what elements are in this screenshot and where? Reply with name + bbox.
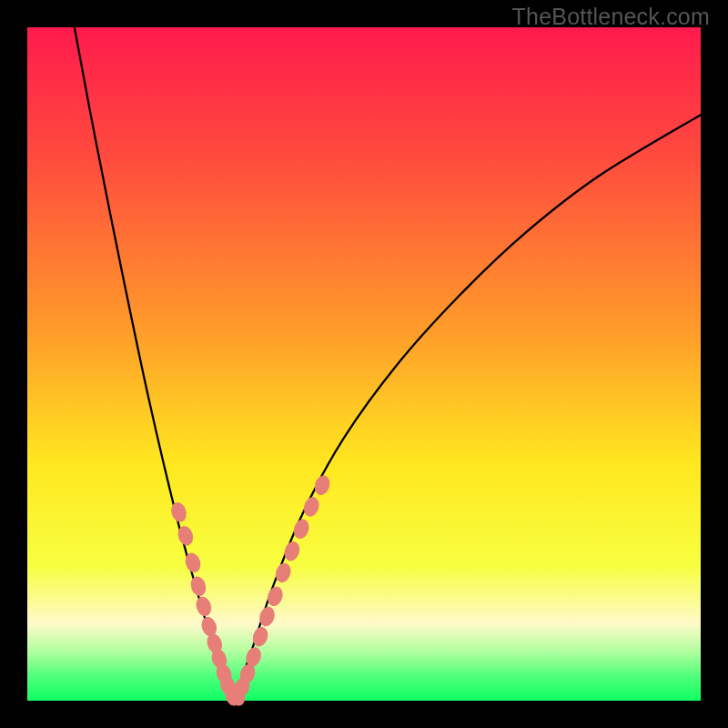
watermark-text: TheBottleneck.com [512,4,710,30]
plot-bg [27,27,701,701]
chart-svg [0,0,728,728]
chart-frame: TheBottleneck.com [0,0,728,728]
